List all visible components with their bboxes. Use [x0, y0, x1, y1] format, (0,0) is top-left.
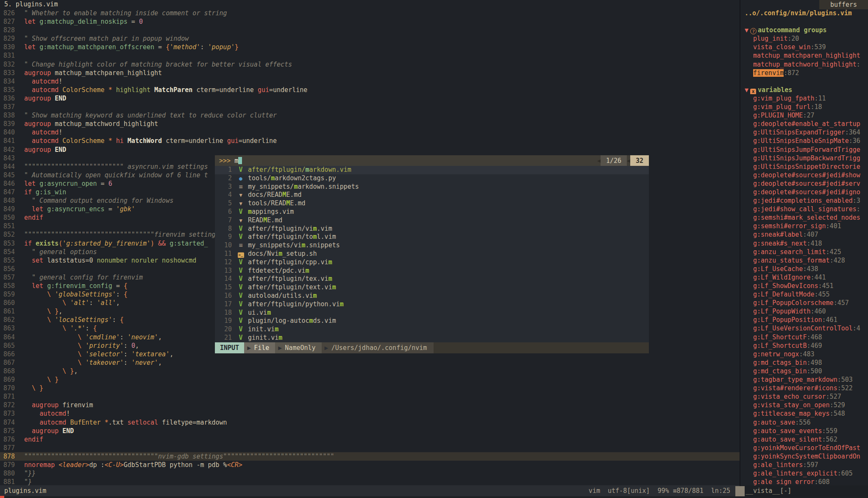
code-line[interactable]: 830let g:matchup_matchparen_offscreen = …	[0, 43, 740, 51]
code-line[interactable]: 834 autocmd!	[0, 77, 740, 86]
code-line[interactable]: 877	[0, 444, 740, 452]
sidebar-tag-item[interactable]: g:sneak#s_next:418	[740, 239, 868, 248]
sidebar-tag-item[interactable]: g:ale_linters_explicit:605	[740, 469, 868, 478]
sidebar-tag-item[interactable]: g:md_ctags_bin:500	[740, 367, 868, 375]
sidebar-tag-item[interactable]: g:ale_sign_error:608	[740, 478, 868, 485]
sidebar-tag-item[interactable]: g:UltiSnipsJumpForwardTrigge	[740, 145, 868, 154]
file-list-item[interactable]: 3≡my_snippets/markdown.snippets	[215, 183, 649, 191]
buffers-tab[interactable]: buffers	[819, 0, 868, 9]
sidebar-tag-item[interactable]: g:Lf_PopupWidth:460	[740, 307, 868, 316]
code-line[interactable]: 870 \ }	[0, 384, 740, 392]
file-list-item[interactable]: 21Vginit.vim	[215, 334, 649, 342]
sidebar-tag-item[interactable]: g:vim_plug_furl:18	[740, 103, 868, 111]
code-line[interactable]: 827let g:matchup_delim_noskips = 0	[0, 17, 740, 26]
code-line[interactable]: 840 autocmd!	[0, 128, 740, 137]
code-line[interactable]: 835 autocmd ColorScheme * highlight Matc…	[0, 86, 740, 94]
sidebar-tag-item[interactable]: g:Lf_WildIgnore:441	[740, 273, 868, 282]
sidebar-tag-item[interactable]: g:md_ctags_bin:498	[740, 358, 868, 367]
file-list-item[interactable]: 4▼docs/README.md	[215, 191, 649, 199]
sidebar-tag-item[interactable]: g:Lf_ShowDevIcons:451	[740, 282, 868, 290]
sidebar-tag-item[interactable]: g:jedi#show_call_signatures:	[740, 205, 868, 213]
file-list-item[interactable]: 7▼README.md	[215, 216, 649, 225]
code-line[interactable]: 832" Change highlight color of matching …	[0, 60, 740, 69]
sidebar-tag-item[interactable]: vista_close_win:539	[740, 43, 868, 51]
sidebar-tag-item[interactable]: g:deoplete#sources#jedi#serv	[740, 179, 868, 188]
fuzzy-search-input[interactable]: >>> m ◀ 1/26 ◀ 32	[215, 155, 649, 166]
scrollbar-thumb[interactable]	[735, 486, 745, 496]
code-line[interactable]: 875 augroup END	[0, 427, 740, 435]
file-list-item[interactable]: 15Vafter/ftplugin/text.vim	[215, 283, 649, 292]
sidebar-tag-item[interactable]: g:UltiSnipsEnableSnipMate:36	[740, 137, 868, 145]
sidebar-tag-item[interactable]: g:sneak#label:407	[740, 230, 868, 239]
sidebar-tag-item[interactable]: g:jedi#completions_enabled:3	[740, 196, 868, 205]
file-list-item[interactable]: 19Vplugin/log-autocmds.vim	[215, 317, 649, 325]
code-line[interactable]: 826" Whether to enable matching inside c…	[0, 9, 740, 17]
sidebar-tag-item[interactable]: g:vista_echo_cursor:527	[740, 392, 868, 401]
code-line[interactable]: 874 autocmd BufEnter *.txt setlocal file…	[0, 418, 740, 427]
sidebar-tag-item[interactable]: g:tagbar_type_markdown:503	[740, 375, 868, 384]
file-list-item[interactable]: 8Vafter/ftplugin/vim.vim	[215, 225, 649, 233]
sidebar-tag-item[interactable]: g:yoinkMoveCursorToEndOfPast	[740, 444, 868, 452]
sidebar-tag-item[interactable]: g:titlecase_map_keys:548	[740, 409, 868, 418]
sidebar-tag-item[interactable]: g:Lf_ShortcutF:468	[740, 333, 868, 341]
code-line[interactable]: 873 autocmd!	[0, 409, 740, 418]
file-list-item[interactable]: 16Vautoload/utils.vim	[215, 292, 649, 300]
code-line[interactable]: 871	[0, 392, 740, 401]
sidebar-tag-item[interactable]: g:ale_linters:597	[740, 461, 868, 469]
sidebar-tag-item[interactable]: g:PLUGIN_HOME:27	[740, 111, 868, 120]
sidebar-tag-item[interactable]: g:Lf_ShortcutB:469	[740, 341, 868, 350]
sidebar-group-header[interactable]: ▼?autocommand groups	[740, 26, 868, 34]
file-list-item[interactable]: 9Vafter/ftplugin/toml.vim	[215, 233, 649, 241]
sidebar-tag-item[interactable]: g:UltiSnipsSnippetDirectorie	[740, 162, 868, 171]
collapse-triangle-icon[interactable]: ▼	[745, 26, 748, 34]
sidebar-tag-item[interactable]: g:semshi#mark_selected_nodes	[740, 213, 868, 222]
file-list-item[interactable]: 17Vafter/ftplugin/python.vim	[215, 300, 649, 309]
code-line[interactable]: 880"}}	[0, 469, 740, 478]
code-line[interactable]: 868 \ },	[0, 367, 740, 375]
code-line[interactable]: 839augroup matchup_matchword_highlight	[0, 120, 740, 128]
code-line[interactable]: 878"""""""""""""""""""""""""""""""""""nv…	[0, 452, 740, 461]
file-list-item[interactable]: 18Vui.vim	[215, 309, 649, 317]
sidebar-tag-item[interactable]: g:UltiSnipsExpandTrigger:364	[740, 128, 868, 137]
sidebar-tag-item[interactable]: g:Lf_UseCache:438	[740, 265, 868, 273]
collapse-triangle-icon[interactable]: ▼	[745, 86, 748, 94]
code-line[interactable]: 841 autocmd ColorScheme * hi MatchWord c…	[0, 137, 740, 145]
file-list-item[interactable]: 6Vmappings.vim	[215, 208, 649, 216]
code-line[interactable]: 879nnoremap <leader>dp :<C-U>GdbStartPDB…	[0, 461, 740, 469]
file-list-item[interactable]: 12Vafter/ftplugin/cpp.vim	[215, 258, 649, 267]
file-list-item[interactable]: 14Vafter/ftplugin/tex.vim	[215, 275, 649, 283]
file-list-item[interactable]: 1Vafter/ftplugin/markdown.vim	[215, 166, 649, 174]
sidebar-tag-item[interactable]: g:netrw_nogx:483	[740, 350, 868, 358]
sidebar-tag-item[interactable]: firenvim:872	[740, 69, 868, 77]
file-list-item[interactable]: 2●tools/markdown2ctags.py	[215, 174, 649, 183]
sidebar-tag-item[interactable]: g:auto_save_events:559	[740, 427, 868, 435]
sidebar-tag-item[interactable]: g:vim_plug_fpath:11	[740, 94, 868, 103]
code-line[interactable]: 842augroup END	[0, 145, 740, 154]
sidebar-tag-item[interactable]: matchup_matchparen_highlight	[740, 51, 868, 60]
sidebar-tag-item[interactable]: g:vista_stay_on_open:529	[740, 401, 868, 409]
code-line[interactable]: 881"}	[0, 478, 740, 485]
sidebar-tag-item[interactable]: g:anzu_search_limit:425	[740, 248, 868, 256]
sidebar-group-header[interactable]: ▼xvariables	[740, 86, 868, 94]
code-line[interactable]: 869 \ }	[0, 375, 740, 384]
sidebar-tag-item[interactable]: g:deoplete#sources#jedi#igno	[740, 188, 868, 196]
code-line[interactable]: 831	[0, 51, 740, 60]
sidebar-tag-item[interactable]: matchup_matchword_highlight:	[740, 60, 868, 69]
sidebar-tag-item[interactable]: g:Lf_PopupPosition:461	[740, 316, 868, 324]
sidebar-tag-item[interactable]: g:vista#renderer#icons:522	[740, 384, 868, 392]
sidebar-tag-item[interactable]: g:anzu_status_format:428	[740, 256, 868, 265]
code-line[interactable]: 836augroup END	[0, 94, 740, 103]
code-line[interactable]: 872 augroup firenvim	[0, 401, 740, 409]
code-line[interactable]: 833augroup matchup_matchparen_highlight	[0, 69, 740, 77]
sidebar-tag-item[interactable]: g:Lf_DefaultMode:455	[740, 290, 868, 299]
code-line[interactable]: 838" Show matching keyword as underlined…	[0, 111, 740, 120]
sidebar-tag-item[interactable]: g:deoplete#sources#jedi#show	[740, 171, 868, 179]
sidebar-tag-item[interactable]: g:UltiSnipsJumpBackwardTrigg	[740, 154, 868, 162]
file-list-item[interactable]: 11>_docs/Nvim_setup.sh	[215, 250, 649, 258]
file-list-item[interactable]: 20Vinit.vim	[215, 325, 649, 334]
sidebar-tag-item[interactable]: g:Lf_UseVersionControlTool:4	[740, 324, 868, 333]
sidebar-tag-item[interactable]: plug_init:20	[740, 34, 868, 43]
sidebar-tag-item[interactable]: g:Lf_PopupColorscheme:457	[740, 299, 868, 307]
code-line[interactable]: 837	[0, 103, 740, 111]
code-line[interactable]: 867 \ 'takeover': 'never',	[0, 358, 740, 367]
